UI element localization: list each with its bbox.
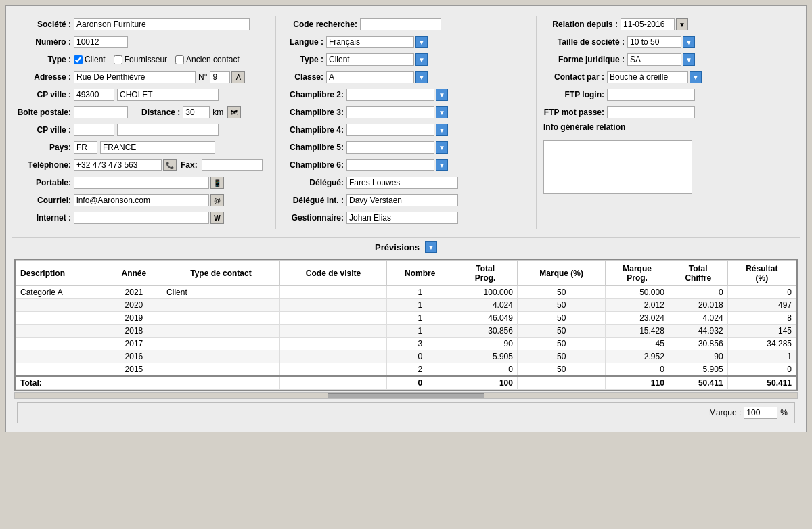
champlibre6-dropdown[interactable]: ▼ [436,159,448,171]
delegue-int-input[interactable] [346,194,458,206]
table-row: 2015 2 0 50 0 5.905 0 [16,363,796,377]
client-checkbox-label[interactable]: Client [74,55,106,64]
cell-description: Categorie A [16,286,106,299]
ftp-mot-passe-input[interactable] [607,106,695,118]
fax-input[interactable] [202,159,263,171]
address-icon-btn[interactable]: A [231,71,245,83]
contact-par-dropdown[interactable]: ▼ [690,71,702,83]
portable-icon-btn[interactable]: 📱 [210,177,224,189]
cell-code-visite [279,312,386,325]
cell-resultat: 0 [727,286,796,299]
contact-par-input[interactable] [607,71,688,83]
champlibre2-dropdown[interactable]: ▼ [436,89,448,101]
col-resultat: Résultat(%) [727,261,796,286]
cell-marque-prog: 2.012 [606,299,669,312]
delegue-int-label: Délégué int. : [283,196,344,205]
cell-annee: 2018 [106,325,162,338]
relation-depuis-input[interactable] [621,18,675,30]
taille-societe-input[interactable] [627,36,681,48]
client-checkbox[interactable] [74,55,83,64]
forme-juridique-dropdown[interactable]: ▼ [683,53,695,66]
distance-icon-btn[interactable]: 🗺 [227,106,241,118]
cell-total-prog: 90 [453,338,518,350]
type2-input[interactable] [326,53,414,66]
type2-label: Type : [283,55,323,64]
relation-depuis-dropdown[interactable]: ▼ [676,18,688,30]
previsions-bar: Prévisions ▼ [12,237,800,256]
type2-dropdown[interactable]: ▼ [415,53,428,66]
taille-societe-dropdown[interactable]: ▼ [683,36,695,48]
cp-input[interactable] [74,89,114,101]
num-input[interactable] [210,71,230,83]
ancien-contact-checkbox-label[interactable]: Ancien contact [175,55,240,64]
info-generale-box[interactable] [543,140,692,194]
courriel-icon-btn[interactable]: @ [210,194,224,206]
marque-input[interactable] [744,407,777,419]
champlibre5-label: Champlibre 5: [283,143,344,152]
classe-dropdown[interactable]: ▼ [415,71,428,83]
telephone-input[interactable] [74,159,162,171]
champlibre3-dropdown[interactable]: ▼ [436,106,448,118]
col-annee: Année [106,261,162,286]
internet-label: Internet : [17,213,71,223]
cell-marque-prog: 0 [606,363,669,377]
champlibre5-dropdown[interactable]: ▼ [436,141,448,154]
champlibre4-dropdown[interactable]: ▼ [436,124,448,136]
code-recherche-input[interactable] [360,18,441,30]
ancien-contact-checkbox[interactable] [175,55,184,64]
adresse-input[interactable] [74,71,196,83]
champlibre5-input[interactable] [346,141,434,154]
internet-input[interactable] [74,212,209,224]
horizontal-scrollbar[interactable] [14,392,798,399]
cell-code-visite [279,363,386,377]
courriel-label: Courriel: [17,196,71,205]
total-marque-pct [517,376,605,390]
champlibre4-input[interactable] [346,124,434,136]
champlibre6-input[interactable] [346,159,434,171]
ville-input[interactable] [117,89,219,101]
ville2-input[interactable] [117,124,219,136]
boite-postale-input[interactable] [74,106,128,118]
relation-depuis-label: Relation depuis : [543,20,618,29]
forme-juridique-input[interactable] [627,53,681,66]
cell-marque-prog: 15.428 [606,325,669,338]
pays-code-input[interactable] [74,141,97,154]
internet-icon-btn[interactable]: W [210,212,224,224]
champlibre2-input[interactable] [346,89,434,101]
langue-input[interactable] [326,36,414,48]
champlibre3-input[interactable] [346,106,434,118]
gestionnaire-label: Gestionnaire: [283,213,344,223]
cell-resultat: 145 [727,325,796,338]
classe-input[interactable] [326,71,414,83]
table-row: Categorie A 2021 Client 1 100.000 50 50.… [16,286,796,299]
champlibre4-label: Champlibre 4: [283,125,344,135]
cell-nombre: 1 [387,299,453,312]
cp2-input[interactable] [74,124,114,136]
delegue-label: Délégué: [283,178,344,187]
fournisseur-checkbox-label[interactable]: Fournisseur [114,55,167,64]
cell-code-visite [279,338,386,350]
type-label: Type : [17,55,71,64]
telephone-icon-btn[interactable]: 📞 [163,159,177,171]
cell-total-chiffre: 90 [669,350,727,363]
cp-ville-label: CP ville : [17,90,71,99]
cell-resultat: 497 [727,299,796,312]
cell-marque-prog: 50.000 [606,286,669,299]
scrollbar-thumb[interactable] [328,393,484,398]
societe-input[interactable] [74,18,250,30]
cell-total-chiffre: 0 [669,286,727,299]
previsions-dropdown[interactable]: ▼ [425,241,437,253]
courriel-input[interactable] [74,194,209,206]
pays-label: Pays: [17,143,71,152]
delegue-input[interactable] [346,177,458,189]
gestionnaire-input[interactable] [346,212,458,224]
pays-name-input[interactable] [100,141,215,154]
numero-input[interactable] [74,36,128,48]
distance-input[interactable] [183,106,210,118]
cell-annee: 2020 [106,299,162,312]
fournisseur-checkbox[interactable] [114,55,122,64]
cell-resultat: 34.285 [727,338,796,350]
portable-input[interactable] [74,177,209,189]
ftp-login-input[interactable] [607,89,695,101]
langue-dropdown[interactable]: ▼ [415,36,428,48]
